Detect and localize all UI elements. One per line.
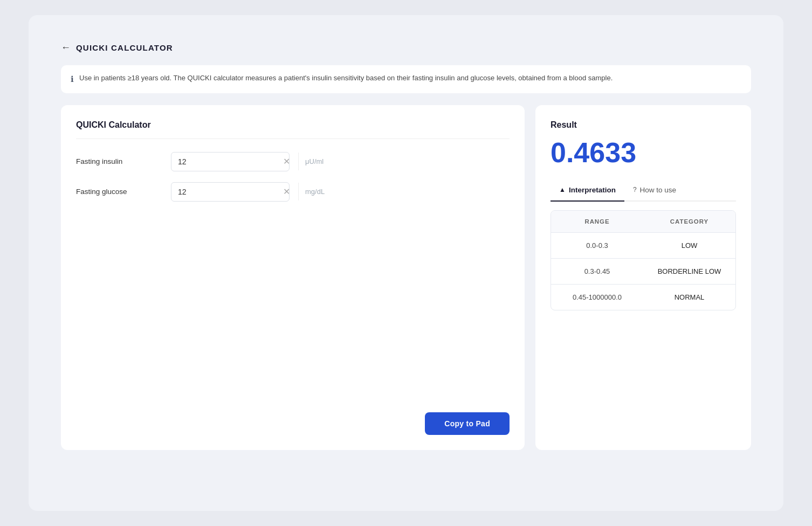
range-1: 0.0-0.3 [551,233,643,258]
header-range: RANGE [551,211,643,232]
range-2: 0.3-0.45 [551,259,643,284]
calculator-panel: QUICKI Calculator Fasting insulin ✕ μU/m… [61,105,525,450]
page-header: ← QUICKI CALCULATOR [61,42,751,53]
fasting-insulin-label: Fasting insulin [76,157,162,165]
interpretation-tab-label: Interpretation [569,186,616,194]
fasting-glucose-label: Fasting glucose [76,188,162,196]
category-3: NORMAL [643,285,735,310]
main-content: QUICKI Calculator Fasting insulin ✕ μU/m… [61,105,751,450]
fasting-glucose-unit: mg/dL [298,183,331,200]
fasting-glucose-row: Fasting glucose ✕ mg/dL [76,182,510,202]
fasting-glucose-input[interactable] [171,183,279,201]
fasting-glucose-clear[interactable]: ✕ [279,186,290,197]
range-3: 0.45-1000000.0 [551,285,643,310]
fasting-insulin-row: Fasting insulin ✕ μU/ml [76,152,510,171]
result-panel: Result 0.4633 ▲ Interpretation ? How to … [535,105,751,450]
fasting-insulin-unit: μU/ml [298,153,330,170]
calculator-title: QUICKI Calculator [76,120,510,139]
fasting-insulin-input[interactable] [171,153,279,171]
result-value: 0.4633 [550,139,736,167]
interpretation-table: RANGE CATEGORY 0.0-0.3 LOW 0.3-0.45 BORD… [550,210,736,310]
header-category: CATEGORY [643,211,735,232]
copy-to-pad-button[interactable]: Copy to Pad [425,412,510,435]
category-1: LOW [643,233,735,258]
back-button[interactable]: ← [61,42,71,53]
table-row: 0.0-0.3 LOW [551,232,735,258]
fasting-insulin-input-wrapper: ✕ [171,152,290,171]
page-title: QUICKI CALCULATOR [76,43,173,52]
result-label: Result [550,120,736,130]
table-row: 0.3-0.45 BORDERLINE LOW [551,258,735,284]
info-banner: ℹ Use in patients ≥18 years old. The QUI… [61,65,751,93]
tabs-row: ▲ Interpretation ? How to use [550,179,736,202]
table-header: RANGE CATEGORY [551,211,735,232]
how-to-use-icon: ? [633,186,637,193]
table-row: 0.45-1000000.0 NORMAL [551,284,735,310]
how-to-use-tab-label: How to use [640,186,677,194]
info-text: Use in patients ≥18 years old. The QUICK… [79,73,613,84]
copy-btn-area: Copy to Pad [76,402,510,435]
interpretation-icon: ▲ [559,186,566,193]
info-icon: ℹ [71,73,74,86]
category-2: BORDERLINE LOW [643,259,735,284]
app-window: ← QUICKI CALCULATOR ℹ Use in patients ≥1… [29,15,783,511]
tab-interpretation[interactable]: ▲ Interpretation [550,179,624,200]
tab-how-to-use[interactable]: ? How to use [624,179,685,200]
fasting-insulin-clear[interactable]: ✕ [279,156,290,167]
fasting-glucose-input-wrapper: ✕ [171,182,290,202]
